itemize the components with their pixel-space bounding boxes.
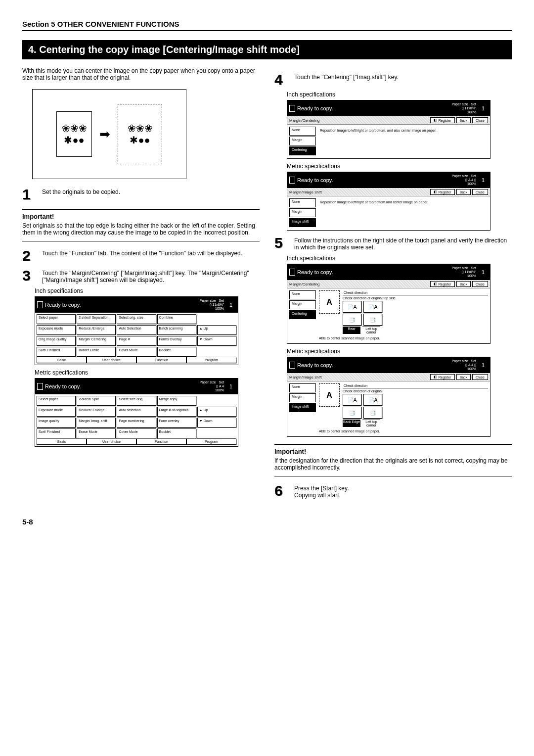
direction-option-back[interactable]: 📄A <box>343 394 361 406</box>
option-button[interactable]: None <box>289 290 316 299</box>
direction-option-lefttop-alt[interactable]: 📑 <box>363 314 382 326</box>
function-key[interactable]: Exposure mode <box>37 407 76 417</box>
function-key[interactable]: ▼ Down <box>197 336 236 346</box>
function-key[interactable]: Select size orig. <box>117 396 156 406</box>
function-key[interactable]: Auto Selection <box>117 325 156 335</box>
spec-label-inch: Inch specifications <box>35 287 260 294</box>
function-key[interactable]: Cover Mode <box>117 347 156 357</box>
tab[interactable]: User choice <box>87 439 136 445</box>
direction-label-b: Left top corner <box>362 420 380 427</box>
option-button[interactable]: None <box>289 383 316 392</box>
back-button[interactable]: Back <box>456 189 471 195</box>
function-key[interactable]: ▼ Down <box>197 418 236 427</box>
spec-label-metric: Metric specifications <box>287 348 512 355</box>
left-column: With this mode you can center the image … <box>22 67 260 503</box>
set-count: 1 <box>478 358 488 372</box>
set-count: 1 <box>478 101 488 115</box>
function-key[interactable]: Booklet <box>157 347 196 357</box>
function-key[interactable]: Select paper <box>37 314 76 324</box>
tab[interactable]: Program <box>186 439 236 445</box>
function-key[interactable]: ▲ Up <box>197 407 236 417</box>
ready-label: Ready to copy. <box>45 383 81 389</box>
function-key[interactable]: Merge copy <box>157 396 196 406</box>
function-key[interactable]: Margin/ Imag. shift <box>77 418 116 427</box>
register-button[interactable]: ◧ Register <box>430 117 454 123</box>
option-button[interactable]: None <box>289 127 316 136</box>
tab[interactable]: Function <box>136 439 186 445</box>
close-button[interactable]: Close <box>472 189 488 195</box>
lcd-panel-step5-inch: Ready to copy. Paper size Set▯ 11x8½"100… <box>287 264 490 344</box>
option-button[interactable]: Centering <box>289 310 316 319</box>
right-column: 4 Touch the "Centering" ["Imag.shift"] k… <box>274 67 512 503</box>
option-button[interactable]: Image shift <box>289 218 316 227</box>
option-button[interactable]: Centering <box>289 146 316 155</box>
function-key[interactable]: Image quality <box>37 418 76 427</box>
option-button[interactable]: None <box>289 198 316 207</box>
function-key[interactable]: Page # <box>117 336 156 346</box>
step-text: Set the originals to be copied. <box>42 187 120 202</box>
function-key[interactable]: Page numbering <box>117 418 156 427</box>
function-key[interactable]: Exposure mode <box>37 325 76 335</box>
function-key[interactable]: Combine <box>157 314 196 324</box>
function-key[interactable]: Large # of originals <box>157 407 196 417</box>
function-key[interactable]: Reduce/ Enlarge <box>77 407 116 417</box>
function-key[interactable]: Border Erase <box>77 347 116 357</box>
option-button[interactable]: Margin <box>289 137 316 145</box>
close-button[interactable]: Close <box>472 281 488 287</box>
original-box: ❀❀❀✱●● <box>56 111 92 157</box>
page-number: 5-8 <box>22 518 512 526</box>
function-key[interactable]: Select orig. size <box>117 314 156 324</box>
direction-label-a: Rear <box>343 327 360 334</box>
function-key[interactable]: Reduce /Enlarge <box>77 325 116 335</box>
direction-subtitle: Check direction of original top side. <box>343 296 488 300</box>
back-button[interactable]: Back <box>456 117 471 123</box>
direction-option-rear-alt[interactable]: 📑 <box>343 314 361 326</box>
function-key[interactable]: 2-sided/ Split <box>77 396 116 406</box>
tab[interactable]: Basic <box>37 357 87 363</box>
option-button[interactable]: Margin <box>289 300 316 309</box>
function-key[interactable]: Batch scanning <box>157 325 196 335</box>
back-button[interactable]: Back <box>456 374 471 380</box>
function-key[interactable]: Sort/ Finished <box>37 428 76 438</box>
tab[interactable]: User choice <box>87 357 136 363</box>
option-button[interactable]: Image shift <box>289 403 316 412</box>
option-button[interactable]: Margin <box>289 208 316 217</box>
direction-option-lefttop[interactable]: 📄A <box>363 394 382 406</box>
important-block-2: Important! If the designation for the di… <box>274 444 512 476</box>
tab[interactable]: Function <box>136 357 186 363</box>
tab[interactable]: Program <box>186 357 236 363</box>
function-key[interactable]: Forms Overlay <box>157 336 196 346</box>
spec-label-inch: Inch specifications <box>287 91 512 98</box>
register-button[interactable]: ◧ Register <box>430 281 454 287</box>
function-key[interactable]: Booklet <box>157 428 196 438</box>
function-key[interactable]: Margin/ Centering <box>77 336 116 346</box>
back-button[interactable]: Back <box>456 281 471 287</box>
function-key[interactable]: Orig.image quality <box>37 336 76 346</box>
orientation-preview: A <box>319 290 340 314</box>
function-key[interactable]: Select paper <box>37 396 76 406</box>
direction-option-back-alt[interactable]: 📑 <box>343 407 361 419</box>
tab[interactable]: Basic <box>37 439 87 445</box>
option-button[interactable]: Margin <box>289 393 316 402</box>
close-button[interactable]: Close <box>472 374 488 380</box>
direction-option-lefttop-alt[interactable]: 📑 <box>363 407 382 419</box>
important-text: Set originals so that the top edge is fa… <box>22 222 260 236</box>
step-number: 2 <box>22 248 37 263</box>
function-key[interactable]: 2 sided/ Separation <box>77 314 116 324</box>
set-count: 1 <box>478 265 488 279</box>
important-label: Important! <box>22 213 260 220</box>
register-button[interactable]: ◧ Register <box>430 374 454 380</box>
function-key[interactable]: Sort/ Finished <box>37 347 76 357</box>
function-key[interactable]: Auto selection <box>117 407 156 417</box>
function-key[interactable]: Cover Mode <box>117 428 156 438</box>
ready-label: Ready to copy. <box>297 177 333 183</box>
direction-option-lefttop[interactable]: 📄A <box>363 301 382 313</box>
direction-option-rear[interactable]: 📄A <box>343 301 361 313</box>
register-button[interactable]: ◧ Register <box>430 189 454 195</box>
direction-subtitle: Check direction of original. <box>343 389 488 393</box>
function-key[interactable]: Erase Mode <box>77 428 116 438</box>
close-button[interactable]: Close <box>472 117 488 123</box>
function-key[interactable]: Form overlay <box>157 418 196 427</box>
option-description: Reposition image to left/right or top/bo… <box>319 198 488 228</box>
function-key[interactable]: ▲ Up <box>197 325 236 335</box>
